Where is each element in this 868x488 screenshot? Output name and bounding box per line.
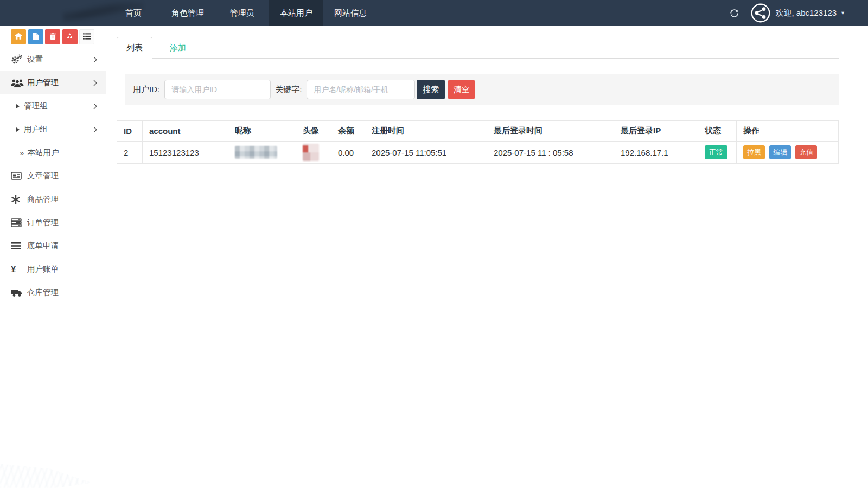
chevron-right-icon xyxy=(93,103,97,110)
table-header-row: ID account 昵称 头像 余额 注册时间 最后登录时间 最后登录IP 状… xyxy=(117,121,839,142)
file-button[interactable] xyxy=(28,29,43,44)
sidebar-item-label: 本站用户 xyxy=(27,147,97,158)
search-panel: 用户ID: 关键字: 搜索 清空 xyxy=(125,74,839,105)
col-last-login-time: 最后登录时间 xyxy=(487,121,614,142)
user-menu[interactable]: 欢迎, abc123123 ▼ xyxy=(776,8,846,18)
avatar-redacted xyxy=(303,144,319,161)
list-button[interactable] xyxy=(79,29,94,44)
sidebar-item-warehouse[interactable]: 仓库管理 xyxy=(0,281,106,304)
nav-item-admins[interactable]: 管理员 xyxy=(215,0,269,26)
sidebar-item-receipt-requests[interactable]: 底单申请 xyxy=(0,234,106,258)
cell-actions: 拉黑 编辑 充值 xyxy=(737,142,839,164)
cell-status: 正常 xyxy=(698,142,737,164)
search-button[interactable]: 搜索 xyxy=(417,80,445,99)
top-navbar: 首页 角色管理 管理员 本站用户 网站信息 xyxy=(0,0,868,26)
sidebar-item-user-management[interactable]: 用户管理 xyxy=(0,71,106,94)
status-badge: 正常 xyxy=(705,145,727,159)
welcome-text: 欢迎, abc123123 xyxy=(776,8,837,18)
nav-right: 欢迎, abc123123 ▼ xyxy=(730,0,868,26)
user-id-input[interactable] xyxy=(164,80,271,99)
keyword-label: 关键字: xyxy=(275,85,302,95)
file-icon xyxy=(33,32,39,42)
sidebar-item-label: 用户组 xyxy=(24,124,93,134)
recycle-icon xyxy=(66,32,73,42)
sidebar-item-label: 订单管理 xyxy=(27,217,97,228)
triangle-right-icon xyxy=(16,104,24,108)
sidebar-item-articles[interactable]: 文章管理 xyxy=(0,164,106,188)
sidebar-item-label: 管理组 xyxy=(24,101,93,111)
list-icon xyxy=(83,32,91,42)
align-justify-icon xyxy=(11,242,27,250)
cell-register-time: 2025-07-15 11:05:51 xyxy=(365,142,487,164)
sidebar-item-user-group[interactable]: 用户组 xyxy=(0,118,106,141)
caret-down-icon: ▼ xyxy=(840,10,845,16)
home-icon xyxy=(15,32,22,42)
truck-icon xyxy=(11,288,27,297)
users-table: ID account 昵称 头像 余额 注册时间 最后登录时间 最后登录IP 状… xyxy=(117,120,839,164)
trash-icon xyxy=(50,32,56,42)
logo-area xyxy=(0,0,106,26)
table-row: 2 15123123123 0.00 2025-07-15 11:05:51 2… xyxy=(117,142,839,164)
col-actions: 操作 xyxy=(737,121,839,142)
sidebar-item-site-users[interactable]: » 本站用户 xyxy=(0,141,106,164)
yen-icon: ¥ xyxy=(11,264,27,275)
sidebar-item-label: 仓库管理 xyxy=(27,287,97,298)
sidebar-item-label: 设置 xyxy=(27,54,93,65)
sidebar-item-label: 文章管理 xyxy=(27,171,97,181)
cell-id: 2 xyxy=(117,142,143,164)
sidebar-item-label: 底单申请 xyxy=(27,241,97,251)
main-content: 列表 添加 用户ID: 关键字: 搜索 清空 ID xyxy=(106,26,868,488)
sidebar-item-products[interactable]: 商品管理 xyxy=(0,188,106,211)
sidebar-watermark xyxy=(0,453,92,488)
triangle-right-icon xyxy=(16,127,24,132)
admin-screen: 首页 角色管理 管理员 本站用户 网站信息 xyxy=(0,0,868,488)
chevron-right-icon xyxy=(93,126,97,133)
nav-menu: 首页 角色管理 管理员 本站用户 网站信息 xyxy=(106,0,378,26)
col-last-login-ip: 最后登录IP xyxy=(614,121,698,142)
sidebar-toolbar xyxy=(0,26,106,48)
col-id: ID xyxy=(117,121,143,142)
home-button[interactable] xyxy=(11,29,26,44)
nickname-redacted xyxy=(235,146,277,159)
nav-item-site-users[interactable]: 本站用户 xyxy=(269,0,323,26)
tab-list[interactable]: 列表 xyxy=(117,37,152,59)
clear-button[interactable]: 清空 xyxy=(448,80,475,99)
chevron-right-icon xyxy=(93,56,97,63)
sidebar: 设置 xyxy=(0,26,106,488)
cell-balance: 0.00 xyxy=(331,142,365,164)
sidebar-item-label: 用户账单 xyxy=(27,264,97,274)
col-account: account xyxy=(143,121,228,142)
sidebar-item-settings[interactable]: 设置 xyxy=(0,48,106,71)
chevron-right-icon xyxy=(93,80,97,86)
trash-button[interactable] xyxy=(45,29,60,44)
cell-last-login-time: 2025-07-15 11 : 05:58 xyxy=(487,142,614,164)
sidebar-item-admin-group[interactable]: 管理组 xyxy=(0,94,106,118)
users-icon xyxy=(11,78,27,88)
cell-nickname xyxy=(228,142,296,164)
tasks-icon xyxy=(11,218,27,227)
sidebar-item-orders[interactable]: 订单管理 xyxy=(0,211,106,234)
recharge-button[interactable]: 充值 xyxy=(795,145,817,159)
col-nickname: 昵称 xyxy=(228,121,296,142)
cell-last-login-ip: 192.168.17.1 xyxy=(614,142,698,164)
sidebar-menu: 设置 xyxy=(0,48,106,304)
edit-button[interactable]: 编辑 xyxy=(769,145,791,159)
tab-add[interactable]: 添加 xyxy=(161,37,195,58)
blacklist-button[interactable]: 拉黑 xyxy=(743,145,765,159)
newspaper-icon xyxy=(11,171,27,181)
avatar-icon[interactable] xyxy=(751,3,770,23)
recycle-button[interactable] xyxy=(62,29,78,44)
keyword-input[interactable] xyxy=(307,80,415,99)
double-angle-marker: » xyxy=(20,148,24,157)
asterisk-icon xyxy=(11,195,27,204)
gears-icon xyxy=(11,54,27,65)
col-balance: 余额 xyxy=(331,121,365,142)
refresh-icon[interactable] xyxy=(730,9,739,18)
col-register-time: 注册时间 xyxy=(365,121,487,142)
nav-item-site-info[interactable]: 网站信息 xyxy=(323,0,378,26)
tabs-bar: 列表 添加 xyxy=(117,37,839,59)
sidebar-item-user-bills[interactable]: ¥ 用户账单 xyxy=(0,258,106,281)
nav-item-roles[interactable]: 角色管理 xyxy=(161,0,215,26)
sidebar-item-label: 用户管理 xyxy=(27,78,93,88)
col-status: 状态 xyxy=(698,121,737,142)
